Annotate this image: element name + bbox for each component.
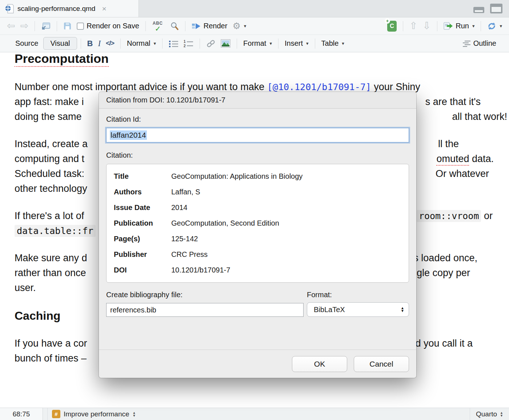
ok-button[interactable]: OK [292, 356, 347, 372]
format-toolbar: Source Visual B I </> Normal ▾ 1 2 [0, 35, 509, 52]
spellcheck-icon: ABC ✓ [152, 21, 165, 32]
separator [185, 21, 185, 31]
image-icon [221, 39, 231, 48]
run-button[interactable]: Run ▾ [441, 22, 477, 30]
go-to-next-chunk-button[interactable]: ⇩ [420, 21, 434, 31]
detail-row: DOI10.1201/b17091-7 [114, 262, 401, 278]
dialog-footer: OK Cancel [99, 350, 416, 378]
selected-text: laffan2014 [110, 130, 147, 140]
gear-icon: ⚙ [232, 21, 240, 31]
citation-link[interactable]: [@10.1201/b17091-7] [267, 82, 371, 92]
down-arrow-icon: ⇩ [423, 21, 431, 31]
chevron-down-icon: ▾ [306, 41, 309, 46]
back-icon: ⇦ [7, 21, 15, 31]
separator [437, 21, 437, 31]
run-icon [444, 22, 453, 30]
main-toolbar: ⇦ ⇨ Render on Save ABC ✓ [0, 17, 509, 35]
render-label: Render [204, 22, 228, 30]
chevron-down-icon: ▾ [342, 41, 344, 46]
tab-visual[interactable]: Visual [43, 37, 77, 50]
separator [120, 39, 121, 49]
outline-icon [462, 40, 471, 47]
cursor-position[interactable]: 68:75 [0, 408, 43, 420]
minimize-icon[interactable] [473, 7, 484, 13]
open-in-window-button[interactable] [39, 22, 53, 30]
detail-row: AuthorsLaffan, S [114, 184, 401, 200]
paragraph-style-dropdown[interactable]: Normal ▾ [124, 39, 159, 48]
inline-code: room::vroom [417, 210, 481, 222]
render-on-save-label: Render on Save [87, 22, 139, 30]
chevron-down-icon: ▾ [154, 41, 156, 46]
numbered-list-button[interactable]: 1 2 [181, 40, 196, 48]
separator [162, 39, 163, 49]
popup-arrows-icon: ▲▼ [133, 411, 136, 417]
tab-close-icon[interactable]: × [102, 5, 106, 12]
format-menu[interactable]: Format ▾ [241, 39, 274, 48]
insert-menu[interactable]: Insert ▾ [282, 39, 311, 48]
chevron-down-icon: ▾ [472, 23, 475, 29]
table-menu[interactable]: Table ▾ [319, 39, 347, 48]
insert-image-button[interactable] [218, 39, 233, 48]
select-arrows-icon: ▲▼ [401, 307, 404, 312]
insert-chunk-button[interactable]: + C [385, 21, 399, 32]
cancel-button[interactable]: Cancel [354, 356, 409, 372]
citation-id-label: Citation Id: [106, 115, 409, 124]
back-button[interactable]: ⇦ [4, 21, 18, 31]
current-section-label: Improve performance [64, 410, 129, 418]
citation-label: Citation: [106, 151, 409, 160]
format-select[interactable]: BibLaTeX ▲▼ [307, 302, 409, 317]
editor-tab-bar: scaling-performance.qmd × [0, 0, 509, 17]
separator [278, 39, 278, 49]
language-mode-label: Quarto [476, 410, 497, 418]
citation-from-doi-dialog: Citation from DOI: 10.1201/b17091-7 Cita… [99, 92, 416, 378]
heading-hash-icon: # [52, 410, 60, 418]
misspelled-word: Precomputation [15, 52, 109, 67]
bullet-list-icon [169, 40, 179, 48]
bold-button[interactable]: B [85, 39, 96, 48]
forward-button[interactable]: ⇨ [18, 21, 31, 31]
up-arrow-icon: ⇧ [409, 21, 418, 31]
chevron-down-icon: ▾ [500, 23, 502, 29]
svg-text:1: 1 [184, 40, 186, 44]
window-controls [473, 0, 509, 17]
link-icon [206, 40, 216, 48]
tab-source[interactable]: Source [10, 39, 43, 48]
tab-title: scaling-performance.qmd [17, 5, 95, 13]
separator [481, 21, 481, 31]
italic-button[interactable]: I [95, 39, 103, 48]
document-outline-popup[interactable]: # Improve performance ▲▼ [47, 408, 470, 420]
language-mode-popup[interactable]: Quarto ▲▼ [470, 408, 509, 420]
go-to-previous-chunk-button[interactable]: ⇧ [407, 21, 420, 31]
maximize-icon[interactable] [490, 4, 502, 13]
find-replace-button[interactable] [168, 22, 181, 31]
outline-toggle-button[interactable]: Outline [460, 39, 499, 48]
render-on-save-toggle[interactable]: Render on Save [74, 22, 142, 30]
spellcheck-button[interactable]: ABC ✓ [149, 21, 168, 32]
save-button[interactable] [61, 22, 74, 30]
chevron-down-icon: ▾ [244, 23, 247, 29]
separator [81, 39, 81, 49]
detail-row: PublisherCRC Press [114, 247, 401, 262]
popout-window-icon [41, 22, 51, 30]
insert-link-button[interactable] [204, 40, 218, 48]
tab-scaling-performance[interactable]: scaling-performance.qmd × [0, 0, 139, 17]
render-options-button[interactable]: ⚙ ▾ [230, 21, 249, 31]
bullet-list-button[interactable] [166, 40, 181, 48]
format-select-value: BibLaTeX [314, 306, 345, 314]
rerun-button[interactable]: ▾ [485, 22, 505, 31]
save-icon [63, 22, 72, 30]
render-on-save-checkbox[interactable] [77, 23, 84, 30]
render-button[interactable]: Render [189, 22, 230, 30]
citation-id-input[interactable]: laffan2014 [106, 128, 409, 142]
forward-icon: ⇨ [20, 21, 29, 31]
separator [237, 39, 237, 49]
bibliography-file-input[interactable]: references.bib [106, 303, 304, 317]
dialog-title: Citation from DOI: 10.1201/b17091-7 [99, 92, 416, 109]
render-icon [192, 23, 201, 30]
status-bar: 68:75 # Improve performance ▲▼ Quarto ▲▼ [0, 408, 509, 420]
separator [57, 21, 57, 31]
svg-text:2: 2 [184, 44, 186, 48]
code-button[interactable]: </> [103, 40, 117, 47]
separator [315, 39, 315, 49]
misspelled-word: omuted [436, 153, 469, 166]
